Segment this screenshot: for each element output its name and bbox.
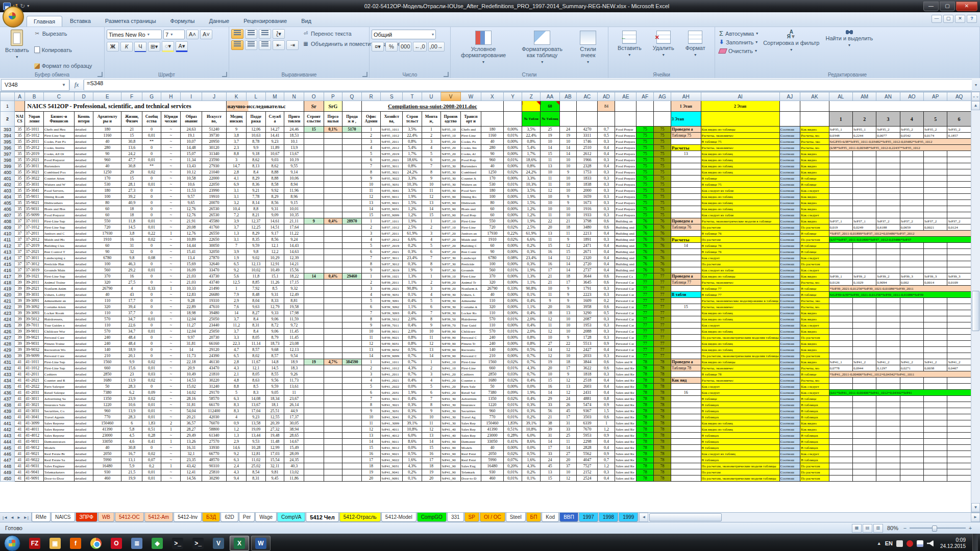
cell[interactable]: По расчетам: [800, 224, 829, 231]
cell[interactable]: 15,6: [121, 365, 142, 371]
cell[interactable]: 1,3%: [403, 273, 422, 280]
cell[interactable]: 0: [142, 280, 161, 286]
cell[interactable]: В таблице 78: [701, 371, 779, 378]
cell[interactable]: [924, 335, 947, 341]
cell[interactable]: По расчетам: [800, 463, 829, 469]
cell[interactable]: 4047: [577, 457, 598, 463]
taskbar-item-explorer[interactable]: ▣: [46, 536, 64, 550]
cell[interactable]: 78: [654, 451, 671, 457]
cell[interactable]: [324, 402, 342, 408]
cell[interactable]: 35: [14, 176, 24, 182]
cell[interactable]: 0,28%: [503, 433, 522, 439]
cell[interactable]: First-Line: [460, 133, 481, 139]
cell[interactable]: 1,9%: [403, 218, 422, 224]
cell[interactable]: 3: [422, 286, 440, 292]
cell[interactable]: 20730: [202, 335, 226, 341]
cell[interactable]: 0,9: [598, 402, 615, 408]
cell[interactable]: 50: [93, 384, 121, 390]
cell[interactable]: 77: [636, 310, 654, 316]
cell[interactable]: [947, 212, 971, 218]
cell[interactable]: Telemark: [460, 469, 481, 475]
cell[interactable]: 41-2021: [25, 378, 44, 384]
cell[interactable]: [304, 145, 324, 151]
align-top-button[interactable]: [231, 29, 243, 39]
cell[interactable]: Landscaping a: [43, 255, 74, 261]
cell[interactable]: [852, 341, 876, 347]
cell[interactable]: detailed: [74, 273, 93, 280]
cell[interactable]: 13,67: [284, 151, 304, 157]
cell[interactable]: В таблице: [701, 396, 779, 402]
cell[interactable]: 0,9094: [876, 280, 900, 286]
cell[interactable]: Как видно из таблиц: [701, 163, 779, 169]
cell[interactable]: 8,33: [265, 298, 284, 304]
cell[interactable]: 35-9021: [25, 200, 44, 206]
next-sheet-button[interactable]: ►: [16, 515, 22, 520]
cell[interactable]: First-Line Sup: [43, 224, 74, 231]
cell[interactable]: [342, 365, 361, 371]
cell[interactable]: [947, 475, 971, 482]
cell[interactable]: 11,67: [247, 359, 266, 365]
accounting-format-button[interactable]: ¤▾: [372, 42, 384, 52]
cell[interactable]: [876, 255, 900, 261]
cell[interactable]: 0,3: [598, 329, 615, 335]
cell[interactable]: 0,00%: [503, 194, 522, 200]
cell[interactable]: 37-2021: [25, 249, 44, 255]
cell[interactable]: 41-9031: [25, 463, 44, 469]
cell[interactable]: Образ ование: [181, 112, 202, 127]
taskbar-item-calculator[interactable]: ≣: [128, 536, 146, 550]
cell[interactable]: [900, 212, 923, 218]
cell[interactable]: В таблицах: [800, 433, 829, 439]
cell[interactable]: 78: [636, 457, 654, 463]
cell[interactable]: Nonfarm Anim: [43, 286, 74, 292]
cell[interactable]: 1,9%: [403, 267, 422, 273]
cell[interactable]: 37-2012: [25, 237, 44, 243]
cell[interactable]: 15: [121, 176, 142, 182]
cell[interactable]: 9: [422, 176, 440, 182]
cell[interactable]: 12: [559, 347, 577, 353]
cell[interactable]: 0,09%: [503, 390, 522, 396]
cell[interactable]: 9,14: [284, 169, 304, 176]
cell[interactable]: 2,5%: [403, 224, 422, 231]
autosum-button[interactable]: ΣАвтосумма ▾: [719, 30, 758, 37]
cell[interactable]: 75: [636, 157, 654, 163]
cell[interactable]: 110: [93, 322, 121, 329]
cell[interactable]: 0,6: [598, 414, 615, 420]
column-header-E[interactable]: E: [93, 92, 121, 101]
cell[interactable]: [900, 347, 923, 353]
cell[interactable]: 0,01%: [503, 133, 522, 139]
cell[interactable]: 1,2%: [403, 206, 422, 212]
cell[interactable]: 0,4: [598, 255, 615, 261]
cell[interactable]: 10: [559, 157, 577, 163]
select-all-corner[interactable]: [1, 92, 15, 101]
cell[interactable]: 23000: [93, 433, 121, 439]
cell[interactable]: 18: [559, 224, 577, 231]
cell[interactable]: 37: [14, 243, 24, 249]
cell[interactable]: 6,9: [227, 182, 247, 188]
cell[interactable]: Sales and Re: [615, 402, 636, 408]
cell[interactable]: В таблице: [800, 176, 829, 182]
cell[interactable]: 17,15: [284, 280, 304, 286]
cell[interactable]: [342, 176, 361, 182]
cell[interactable]: 39-2011: [25, 280, 44, 286]
cell[interactable]: Sales and Re: [615, 469, 636, 475]
cell[interactable]: [671, 445, 701, 451]
cell[interactable]: detailed: [74, 188, 93, 194]
cell[interactable]: [304, 304, 324, 310]
cell[interactable]: 0,51: [142, 427, 161, 433]
cell[interactable]: [947, 169, 971, 176]
cell[interactable]: 15: [361, 445, 381, 451]
cell[interactable]: 4,7%: [324, 359, 342, 365]
cell[interactable]: [924, 261, 947, 267]
cell[interactable]: 0,0%: [403, 384, 422, 390]
cell[interactable]: 77: [654, 310, 671, 316]
cell[interactable]: [852, 347, 876, 353]
cell[interactable]: 570: [93, 316, 121, 322]
cell[interactable]: 10,01: [284, 206, 304, 212]
cell[interactable]: 22: [559, 341, 577, 347]
cell[interactable]: 5,4%: [522, 145, 541, 151]
cell[interactable]: Food Prepara: [615, 194, 636, 200]
cell[interactable]: 110: [93, 310, 121, 316]
cell[interactable]: Building and: [615, 231, 636, 237]
cell[interactable]: 39,2: [121, 194, 142, 200]
cell[interactable]: Соотнош: [779, 280, 800, 286]
